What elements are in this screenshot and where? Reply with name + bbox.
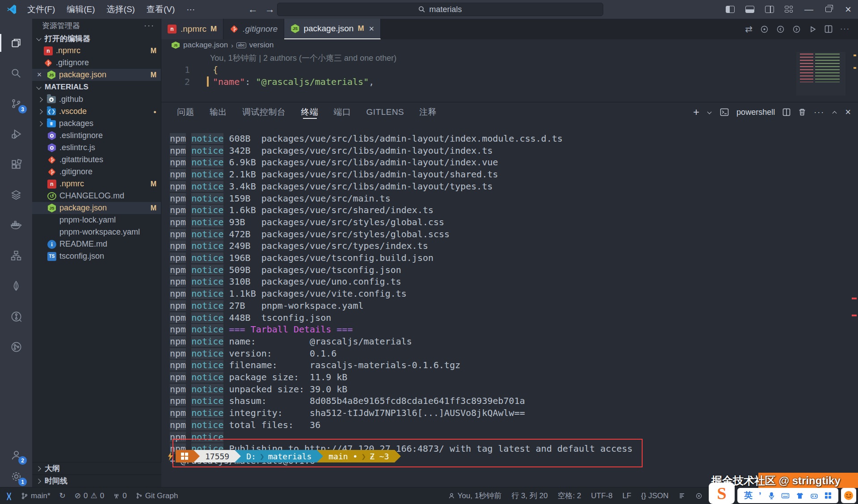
tree-item-package.json[interactable]: JSpackage.jsonM — [32, 202, 161, 214]
toggle-sidebar-button[interactable] — [720, 0, 740, 19]
cursor-position-item[interactable]: 行 3, 列 20 — [511, 491, 547, 501]
tree-item-pnpm-workspace.yaml[interactable]: pnpm-workspace.yaml — [32, 226, 161, 238]
activity-settings-icon[interactable]: 1 — [0, 464, 32, 489]
previous-change-icon[interactable] — [776, 25, 785, 34]
compare-changes-icon[interactable]: ⇄ — [745, 24, 753, 34]
open-editor-item-package.json[interactable]: ×JSpackage.jsonM — [32, 69, 161, 81]
tree-item-.eslintignore[interactable]: .eslintignore — [32, 130, 161, 142]
maximize-panel-icon[interactable] — [832, 109, 837, 115]
activity-gitlens-icon[interactable] — [0, 304, 32, 329]
split-terminal-icon[interactable] — [782, 108, 791, 116]
minimize-button[interactable]: — — [799, 0, 819, 19]
project-root-header[interactable]: MATERIALS — [32, 81, 161, 93]
ime-toolbox-icon[interactable] — [810, 492, 818, 500]
ime-keyboard-icon[interactable] — [781, 492, 790, 500]
tree-item-.gitignore[interactable]: .gitignore — [32, 166, 161, 178]
tree-item-packages[interactable]: packages — [32, 118, 161, 130]
panel-tab-输出[interactable]: 输出 — [210, 102, 227, 122]
menu-item-1[interactable]: 编辑(E) — [61, 0, 101, 19]
activity-mongodb-icon[interactable] — [0, 273, 32, 298]
close-panel-icon[interactable]: × — [845, 106, 851, 118]
encoding-item[interactable]: UTF-8 — [591, 491, 613, 500]
activity-docker-icon[interactable] — [0, 213, 32, 238]
ime-language-toggle[interactable]: 英 — [744, 490, 753, 501]
activity-git-graph-icon[interactable] — [0, 334, 32, 359]
remote-indicator[interactable]: >< — [4, 492, 13, 499]
terminal-profile-dropdown-icon[interactable] — [707, 109, 712, 115]
more-actions-icon[interactable]: ··· — [144, 21, 155, 30]
nav-forward-button[interactable]: → — [262, 0, 278, 19]
gitlens-annotate-icon[interactable] — [760, 25, 769, 34]
open-editor-item-.npmrc[interactable]: n.npmrcM — [32, 45, 161, 57]
customize-layout-button[interactable] — [779, 0, 799, 19]
close-icon[interactable]: × — [369, 24, 374, 34]
restore-button[interactable] — [819, 0, 838, 19]
tree-item-.npmrc[interactable]: n.npmrcM — [32, 178, 161, 190]
ime-logo[interactable]: S — [709, 483, 735, 504]
language-mode-item[interactable]: {} JSON — [641, 491, 669, 500]
activity-run-debug-icon[interactable] — [0, 122, 32, 147]
new-terminal-button[interactable]: + — [693, 108, 699, 117]
toggle-secondary-sidebar-button[interactable] — [760, 0, 779, 19]
run-file-icon[interactable] — [808, 25, 817, 34]
tree-item-.eslintrc.js[interactable]: .eslintrc.js — [32, 142, 161, 154]
open-editors-header[interactable]: 打开的编辑器 — [32, 32, 161, 45]
timeline-section[interactable]: 时间线 — [32, 475, 161, 487]
problems-item[interactable]: ⊘0 ⚠0 — [75, 491, 104, 500]
activity-source-control-icon[interactable]: 3 — [0, 91, 32, 116]
tree-item-.github[interactable]: .github — [32, 93, 161, 105]
prettier-icon[interactable] — [678, 492, 686, 500]
nav-back-button[interactable]: ← — [245, 0, 261, 19]
activity-search-icon[interactable] — [0, 61, 32, 86]
panel-tab-问题[interactable]: 问题 — [177, 102, 194, 122]
command-center-search[interactable]: materials — [277, 3, 603, 16]
breadcrumb-symbol[interactable]: version — [249, 41, 274, 50]
tree-item-.gitattributes[interactable]: .gitattributes — [32, 154, 161, 166]
tree-item-pnpm-lock.yaml[interactable]: pnpm-lock.yaml — [32, 214, 161, 226]
outline-section[interactable]: 大纲 — [32, 462, 161, 475]
minimap[interactable] — [796, 52, 845, 96]
menu-item-2[interactable]: 选择(S) — [101, 0, 141, 19]
panel-tab-调试控制台[interactable]: 调试控制台 — [242, 102, 286, 122]
panel-more-actions-icon[interactable]: ··· — [814, 108, 824, 117]
split-editor-icon[interactable] — [824, 25, 833, 33]
kill-terminal-trash-icon[interactable] — [798, 108, 806, 116]
sync-changes-item[interactable]: ↻ — [59, 491, 66, 500]
panel-tab-端口[interactable]: 端口 — [334, 102, 351, 122]
ime-mic-icon[interactable] — [768, 492, 775, 500]
feedback-icon[interactable] — [695, 492, 702, 500]
tree-item-CHANGELOG.md[interactable]: ↺CHANGELOG.md — [32, 190, 161, 202]
menu-item-3[interactable]: 查看(V) — [141, 0, 181, 19]
gitlens-blame-item[interactable]: You, 1秒钟前 — [448, 491, 502, 501]
ime-emoji-button[interactable] — [841, 488, 856, 503]
code-line-1[interactable]: 1{ — [161, 63, 804, 76]
indentation-item[interactable]: 空格: 2 — [558, 491, 581, 501]
menu-item-0[interactable]: 文件(F) — [21, 0, 61, 19]
terminal-shell-label[interactable]: powershell — [736, 108, 775, 117]
ime-punctuation-toggle[interactable]: ’ — [759, 493, 761, 498]
git-branch-item[interactable]: main* — [21, 491, 50, 500]
open-editor-item-.gitignore[interactable]: .gitignore — [32, 57, 161, 69]
toggle-panel-button[interactable] — [740, 0, 760, 19]
tree-item-tsconfig.json[interactable]: TStsconfig.json — [32, 250, 161, 262]
editor-tab-package.json[interactable]: JSpackage.jsonM× — [284, 19, 381, 39]
activity-remote-hierarchy-icon[interactable] — [0, 243, 32, 268]
activity-extensions-icon[interactable] — [0, 152, 32, 177]
editor-tab-.npmrc[interactable]: n.npmrcM — [161, 19, 223, 39]
panel-tab-终端[interactable]: 终端 — [301, 102, 319, 122]
breadcrumb-file[interactable]: package.json — [183, 41, 228, 50]
editor-tab-.gitignore[interactable]: .gitignore — [223, 19, 284, 39]
ime-skin-icon[interactable] — [796, 492, 804, 500]
next-change-icon[interactable] — [792, 25, 801, 34]
panel-tab-GITLENS[interactable]: GITLENS — [366, 102, 404, 122]
ime-grid-icon[interactable] — [824, 492, 832, 499]
menu-item-4[interactable]: ··· — [181, 0, 201, 19]
git-graph-item[interactable]: Git Graph — [136, 491, 178, 500]
terminal-output[interactable]: npm notice 608B packages/vue/src/libs/ad… — [170, 133, 633, 467]
more-actions-icon[interactable]: ··· — [840, 25, 850, 33]
tree-item-README.md[interactable]: iREADME.md — [32, 238, 161, 250]
ports-item[interactable]: 0 — [113, 491, 126, 500]
breadcrumb[interactable]: JS package.json › abc version — [161, 39, 858, 51]
activity-layers-extension-icon[interactable] — [0, 182, 32, 207]
eol-item[interactable]: LF — [622, 491, 631, 500]
